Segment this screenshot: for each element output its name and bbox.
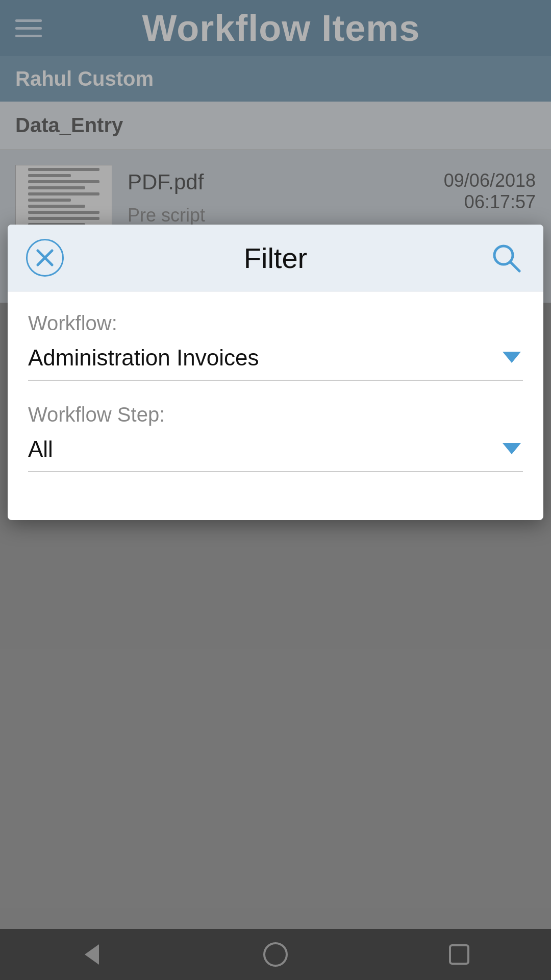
svg-marker-7 xyxy=(503,352,521,363)
workflow-step-value: All xyxy=(28,436,53,462)
svg-marker-8 xyxy=(503,443,521,454)
workflow-value: Administration Invoices xyxy=(28,345,259,371)
filter-title: Filter xyxy=(244,241,307,275)
workflow-chevron-icon xyxy=(500,346,523,370)
workflow-step-select[interactable]: All xyxy=(28,436,523,472)
workflow-select[interactable]: Administration Invoices xyxy=(28,345,523,381)
workflow-step-label: Workflow Step: xyxy=(28,403,523,426)
filter-close-button[interactable] xyxy=(26,239,64,277)
filter-header: Filter xyxy=(8,225,543,291)
workflow-label: Workflow: xyxy=(28,312,523,335)
workflow-step-chevron-icon xyxy=(500,437,523,461)
filter-body: Workflow: Administration Invoices Workfl… xyxy=(8,291,543,520)
filter-dialog: Filter Workflow: Administration Invoices… xyxy=(8,225,543,520)
svg-line-6 xyxy=(510,262,519,271)
filter-search-button[interactable] xyxy=(487,239,525,277)
